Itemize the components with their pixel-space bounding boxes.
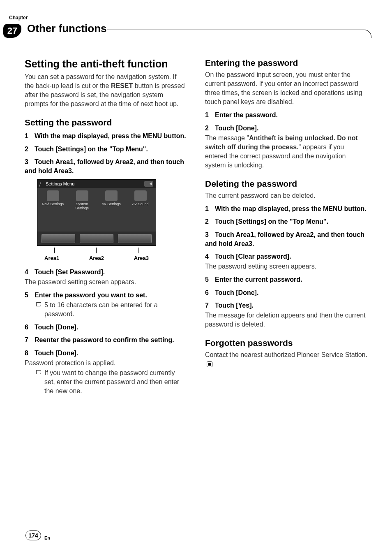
page-header: 27 Other functions	[25, 22, 367, 35]
step-8-after: Password protection is applied.	[25, 359, 187, 368]
step-5-note: 5 to 16 characters can be entered for a …	[36, 301, 187, 319]
step-5-text: Enter the password you want to set.	[35, 292, 147, 299]
step-5-note-text: 5 to 16 characters can be entered for a …	[44, 301, 187, 319]
del-step-7: 7Touch [Yes].	[205, 301, 367, 310]
step-3: 3Touch Area1, followed by Area2, and the…	[25, 158, 187, 175]
av-settings-icon	[105, 190, 118, 201]
note-icon	[36, 370, 41, 374]
subheading-entering-password: Entering the password	[205, 58, 367, 68]
del-step-2: 2Touch [Settings] on the "Top Menu".	[205, 217, 367, 226]
forgotten-body: Contact the nearest authorized Pioneer S…	[205, 351, 367, 358]
sm-item-navi: Navi Settings	[40, 190, 66, 210]
area2-label: Area2	[89, 255, 104, 261]
enter-step-1-text: Enter the password.	[215, 111, 278, 118]
step-4-text: Touch [Set Password].	[35, 269, 105, 276]
step-8-note-text: If you want to change the password curre…	[44, 368, 187, 396]
sm-item-av: AV Settings	[98, 190, 125, 210]
step-4-after: The password setting screen appears.	[25, 278, 187, 287]
del-step-5: 5Enter the current password.	[205, 275, 367, 284]
del-step-3: 3Touch Area1, followed by Area2, and the…	[205, 230, 367, 248]
back-icon	[144, 181, 153, 187]
step-2-text: Touch [Settings] on the "Top Menu".	[35, 146, 148, 153]
area3-slot	[118, 234, 152, 243]
area2-slot	[80, 234, 113, 243]
sm-item-system: System Settings	[69, 190, 95, 210]
intro-paragraph: You can set a password for the navigatio…	[25, 72, 187, 109]
del-step-7-text: Touch [Yes].	[215, 302, 254, 309]
del-step-1-text: With the map displayed, press the MENU b…	[215, 205, 367, 212]
settings-menu-screenshot: Settings Menu Navi Settings System Setti…	[37, 179, 156, 246]
del-step-6-text: Touch [Done].	[215, 289, 258, 296]
step-3-text: Touch Area1, followed by Area2, and then…	[25, 158, 184, 174]
step-7-text: Reenter the password to confirm the sett…	[35, 336, 174, 343]
section-end-icon	[207, 361, 212, 367]
del-step-6: 6Touch [Done].	[205, 288, 367, 297]
enter-step-1: 1Enter the password.	[205, 111, 367, 120]
antenna-icon	[39, 182, 45, 187]
note-icon	[36, 302, 41, 306]
entering-intro: On the password input screen, you must e…	[205, 70, 367, 107]
sm-lbl-3: AV Sound	[127, 202, 154, 206]
page-lang: En	[44, 535, 50, 540]
step-2: 2Touch [Settings] on the "Top Menu".	[25, 145, 187, 154]
del-step-1: 1With the map displayed, press the MENU …	[205, 204, 367, 213]
step-5: 5Enter the password you want to set.	[25, 291, 187, 300]
deleting-intro: The current password can be deleted.	[205, 191, 367, 200]
subheading-deleting-password: Deleting the password	[205, 179, 367, 189]
step-6: 6Touch [Done].	[25, 323, 187, 332]
av-sound-icon	[134, 190, 147, 201]
del-step-4-after: The password setting screen appears.	[205, 262, 367, 271]
subheading-setting-password: Setting the password	[25, 118, 187, 127]
sm-lbl-1: System Settings	[69, 202, 95, 210]
del-step-4: 4Touch [Clear password].	[205, 252, 367, 261]
step-7: 7Reenter the password to confirm the set…	[25, 336, 187, 345]
sm-lbl-2: AV Settings	[98, 202, 125, 206]
del-step-3-text: Touch Area1, followed by Area2, and then…	[205, 231, 364, 247]
chapter-number-badge: 27	[3, 24, 21, 38]
del-step-2-text: Touch [Settings] on the "Top Menu".	[215, 218, 328, 225]
right-column: Entering the password On the password in…	[205, 51, 367, 396]
page-title: Other functions	[27, 22, 107, 35]
step-8-note: If you want to change the password curre…	[36, 368, 187, 396]
subheading-forgotten-passwords: Forgotten passwords	[205, 338, 367, 348]
navi-settings-icon	[47, 190, 59, 201]
area1-label: Area1	[44, 255, 59, 261]
step-1-text: With the map displayed, press the MENU b…	[35, 132, 186, 139]
reset-bold: RESET	[111, 82, 133, 89]
del-step-5-text: Enter the current password.	[215, 276, 302, 283]
page-number-badge: 174	[25, 531, 41, 540]
enter-step-2-text: Touch [Done].	[215, 125, 258, 132]
msg-a: The message "	[205, 134, 249, 141]
step-8: 8Touch [Done].	[25, 349, 187, 358]
del-step-7-after: The message for deletion appears and the…	[205, 311, 367, 329]
step-8-text: Touch [Done].	[35, 350, 78, 357]
header-rule	[107, 30, 371, 38]
sm-bottom-row	[37, 232, 156, 246]
step-1: 1With the map displayed, press the MENU …	[25, 132, 187, 141]
enter-step-2-after: The message "Antitheft is being unlocked…	[205, 134, 367, 170]
enter-step-2: 2Touch [Done].	[205, 124, 367, 133]
area3-label: Area3	[134, 255, 149, 261]
area-connectors	[37, 248, 156, 255]
sm-title: Settings Menu	[46, 181, 74, 186]
area-labels: Area1 Area2 Area3	[37, 255, 156, 261]
sm-item-avsound: AV Sound	[127, 190, 154, 210]
forgotten-text: Contact the nearest authorized Pioneer S…	[205, 350, 367, 368]
sm-titlebar: Settings Menu	[37, 180, 156, 188]
system-settings-icon	[76, 190, 88, 201]
sm-lbl-0: Navi Settings	[40, 202, 66, 206]
left-column: Setting the anti-theft function You can …	[25, 51, 187, 396]
area1-slot	[42, 234, 75, 243]
section-heading-antitheft: Setting the anti-theft function	[25, 58, 187, 70]
chapter-label: Chapter	[9, 15, 28, 21]
step-4: 4Touch [Set Password].	[25, 268, 187, 277]
del-step-4-text: Touch [Clear password].	[215, 253, 291, 260]
step-6-text: Touch [Done].	[35, 324, 78, 331]
